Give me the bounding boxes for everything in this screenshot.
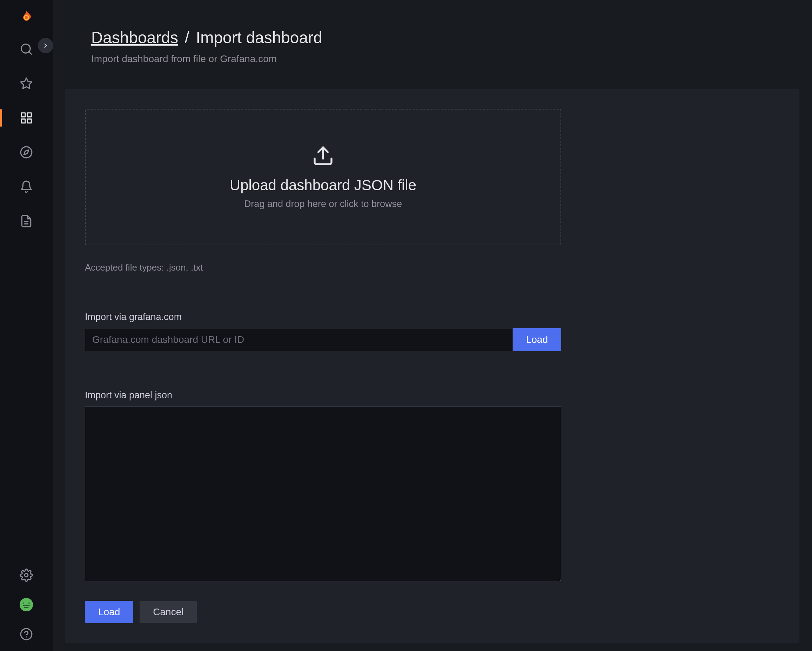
import-json-group: Import via panel json xyxy=(85,390,561,583)
main-content: Dashboards / Import dashboard Import das… xyxy=(53,0,812,651)
star-icon[interactable] xyxy=(19,76,33,90)
load-url-button[interactable]: Load xyxy=(513,328,561,351)
import-json-label: Import via panel json xyxy=(85,390,561,401)
svg-point-12 xyxy=(24,573,28,577)
page-header: Dashboards / Import dashboard Import das… xyxy=(53,0,812,79)
grafana-logo-icon[interactable] xyxy=(18,10,34,25)
grafana-url-input[interactable] xyxy=(85,328,513,351)
clipboard-icon[interactable] xyxy=(19,214,33,228)
svg-line-2 xyxy=(29,52,31,54)
svg-rect-4 xyxy=(21,113,25,117)
dropzone-subtitle: Drag and drop here or click to browse xyxy=(99,199,546,209)
breadcrumb-root-link[interactable]: Dashboards xyxy=(91,28,178,47)
expand-sidebar-button[interactable] xyxy=(38,38,53,53)
content-panel: Upload dashboard JSON file Drag and drop… xyxy=(65,89,799,643)
svg-point-8 xyxy=(21,147,32,158)
search-icon[interactable] xyxy=(19,42,33,56)
bell-icon[interactable] xyxy=(19,180,33,194)
action-row: Load Cancel xyxy=(85,601,780,623)
svg-marker-9 xyxy=(24,150,28,154)
svg-marker-3 xyxy=(21,78,32,89)
upload-icon xyxy=(312,145,334,167)
dashboards-icon[interactable] xyxy=(19,111,33,125)
breadcrumb: Dashboards / Import dashboard xyxy=(91,28,774,47)
compass-icon[interactable] xyxy=(19,145,33,159)
breadcrumb-separator: / xyxy=(185,28,189,47)
page-subtitle: Import dashboard from file or Grafana.co… xyxy=(91,53,774,64)
sidebar xyxy=(0,0,53,651)
sidebar-bottom xyxy=(19,568,33,651)
svg-rect-5 xyxy=(27,113,31,117)
help-icon[interactable] xyxy=(19,627,33,641)
accepted-types-hint: Accepted file types: .json, .txt xyxy=(85,262,780,273)
svg-rect-6 xyxy=(27,119,31,123)
import-url-label: Import via grafana.com xyxy=(85,312,561,322)
breadcrumb-current: Import dashboard xyxy=(196,28,322,47)
dropzone-title: Upload dashboard JSON file xyxy=(99,177,546,194)
gear-icon[interactable] xyxy=(19,568,33,582)
panel-json-textarea[interactable] xyxy=(85,406,561,582)
upload-dropzone[interactable]: Upload dashboard JSON file Drag and drop… xyxy=(85,109,561,245)
import-url-group: Import via grafana.com Load xyxy=(85,312,561,351)
avatar[interactable] xyxy=(19,598,33,612)
svg-rect-7 xyxy=(21,119,25,123)
cancel-button[interactable]: Cancel xyxy=(140,601,197,623)
load-button[interactable]: Load xyxy=(85,601,133,623)
